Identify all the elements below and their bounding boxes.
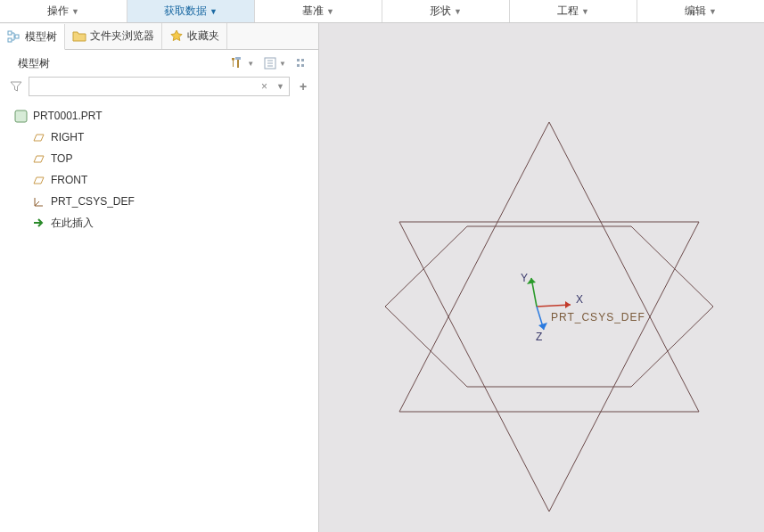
side-tab-modeltree[interactable]: 模型树	[0, 24, 65, 50]
ribbon-tab-label: 工程	[557, 4, 579, 19]
ribbon-tab-label: 形状	[430, 4, 451, 19]
tree-label: PRT0001.PRT	[33, 110, 103, 122]
tree-item-csys[interactable]: PRT_CSYS_DEF	[7, 191, 318, 212]
tree-item-insert[interactable]: 在此插入	[7, 212, 318, 233]
part-icon	[14, 110, 28, 123]
triangle-down-shape	[399, 222, 699, 512]
chevron-down-icon: ▼	[279, 60, 286, 68]
svg-rect-9	[301, 64, 304, 67]
svg-rect-4	[235, 57, 241, 60]
plane-icon	[32, 174, 45, 187]
triangle-up-shape	[399, 122, 699, 412]
chevron-down-icon: ▼	[581, 7, 589, 16]
filter-row: × ▼ +	[0, 75, 318, 102]
ribbon-tab-datum[interactable]: 基准 ▼	[255, 0, 382, 22]
tree-label: 在此插入	[51, 216, 94, 231]
ribbon-tab-shape[interactable]: 形状 ▼	[382, 0, 510, 22]
chevron-down-icon[interactable]: ▼	[272, 82, 289, 91]
ribbon-tab-label: 获取数据	[164, 4, 207, 19]
folder-icon	[72, 29, 86, 44]
svg-marker-14	[527, 278, 536, 284]
csys-label: PRT_CSYS_DEF	[551, 311, 645, 323]
ribbon-tab-label: 基准	[302, 4, 324, 19]
tree-item-front[interactable]: FRONT	[7, 169, 318, 191]
search-box[interactable]: × ▼	[29, 77, 290, 96]
insert-icon	[32, 217, 45, 230]
csys-gnomon: X Y Z PRT_CSYS_DEF	[521, 272, 645, 343]
ribbon-tab-edit[interactable]: 编辑 ▼	[637, 0, 764, 22]
chevron-down-icon: ▼	[709, 7, 717, 16]
svg-marker-16	[538, 323, 547, 330]
svg-rect-2	[15, 35, 19, 38]
side-tab-folder[interactable]: 文件夹浏览器	[65, 23, 162, 49]
model-tree: PRT0001.PRT RIGHT TOP FRONT PRT_CSYS_DEF…	[0, 102, 318, 233]
tree-label: TOP	[51, 152, 72, 165]
tree-label: PRT_CSYS_DEF	[51, 195, 135, 208]
ribbon-tab-label: 编辑	[685, 4, 706, 19]
chevron-down-icon: ▼	[247, 60, 254, 68]
chevron-down-icon: ▼	[71, 7, 79, 16]
main-area: 模型树 文件夹浏览器 收藏夹 模型树 ▼	[0, 23, 764, 532]
panel-header: 模型树 ▼ ▼	[0, 50, 318, 75]
plane-icon	[32, 131, 45, 144]
tree-label: FRONT	[51, 174, 87, 186]
ribbon-tab-operate[interactable]: 操作 ▼	[0, 0, 127, 22]
csys-icon	[32, 195, 45, 209]
axis-z-label: Z	[536, 331, 542, 343]
side-tab-label: 收藏夹	[187, 29, 219, 44]
panel-title: 模型树	[18, 56, 50, 71]
panel-tools: ▼ ▼	[229, 55, 309, 71]
side-tabstrip: 模型树 文件夹浏览器 收藏夹	[0, 23, 318, 50]
add-button[interactable]: +	[295, 78, 311, 94]
svg-marker-12	[565, 301, 571, 308]
axis-y-label: Y	[521, 272, 528, 284]
side-tab-label: 文件夹浏览器	[90, 29, 154, 44]
ribbon-toolbar: 操作 ▼ 获取数据 ▼ 基准 ▼ 形状 ▼ 工程 ▼ 编辑 ▼	[0, 0, 764, 23]
tree-root[interactable]: PRT0001.PRT	[7, 105, 318, 127]
svg-rect-10	[15, 110, 27, 122]
tree-item-top[interactable]: TOP	[7, 148, 318, 169]
ribbon-tab-label: 操作	[47, 4, 69, 19]
tool-settings-button[interactable]	[295, 56, 309, 70]
search-input[interactable]	[29, 80, 257, 93]
side-tab-label: 模型树	[25, 29, 57, 45]
ribbon-tab-getdata[interactable]: 获取数据 ▼	[127, 0, 255, 22]
tool-hammer-button[interactable]: ▼	[229, 55, 254, 71]
tree-item-right[interactable]: RIGHT	[7, 127, 318, 148]
viewport[interactable]: X Y Z PRT_CSYS_DEF	[319, 23, 764, 532]
chevron-down-icon: ▼	[454, 7, 462, 16]
chevron-down-icon: ▼	[326, 7, 334, 16]
tool-display-button[interactable]: ▼	[263, 56, 286, 70]
plane-icon	[32, 152, 45, 166]
star-icon	[169, 29, 184, 44]
svg-rect-0	[8, 31, 12, 35]
axis-x-label: X	[576, 293, 583, 306]
side-tab-favorites[interactable]: 收藏夹	[162, 23, 227, 49]
svg-rect-1	[8, 38, 12, 42]
funnel-icon[interactable]	[9, 79, 23, 94]
viewport-svg: X Y Z PRT_CSYS_DEF	[319, 23, 764, 532]
svg-rect-6	[297, 59, 300, 61]
tree-icon	[7, 29, 21, 44]
svg-rect-7	[301, 59, 304, 61]
svg-rect-8	[297, 64, 300, 67]
clear-icon[interactable]: ×	[257, 80, 272, 93]
ribbon-tab-engineering[interactable]: 工程 ▼	[510, 0, 637, 22]
tree-label: RIGHT	[51, 131, 84, 143]
chevron-down-icon: ▼	[209, 7, 218, 16]
sidebar: 模型树 文件夹浏览器 收藏夹 模型树 ▼	[0, 23, 319, 532]
